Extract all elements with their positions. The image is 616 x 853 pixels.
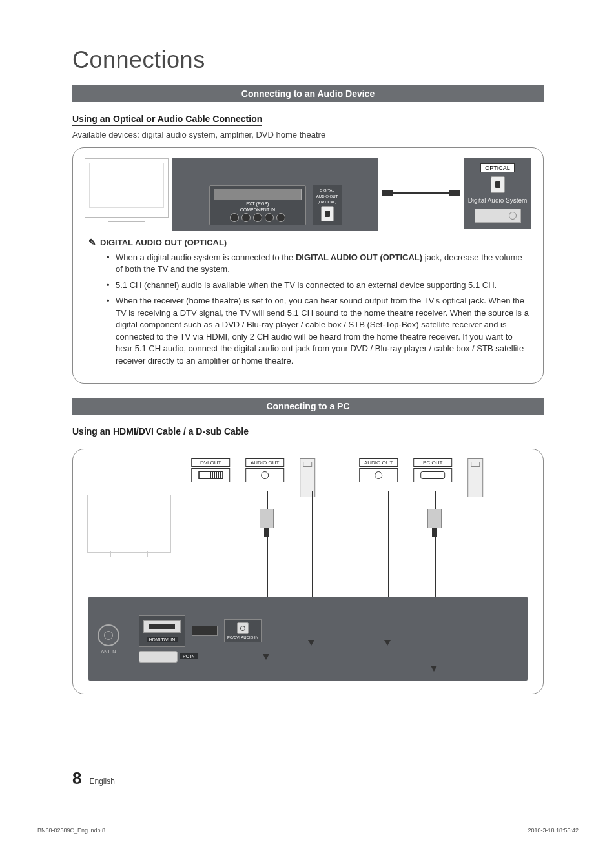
ant-in-port-icon	[98, 624, 119, 646]
pc-out-jack-icon	[413, 468, 452, 482]
audio-out-jack-icon-2	[359, 468, 398, 482]
vga-connector-icon	[420, 500, 449, 537]
hdmi-dvi-label: HDMI/DVI IN	[147, 637, 178, 642]
bleed-file: BN68-02589C_Eng.indb 8	[37, 827, 105, 834]
page-footer: 8 English	[72, 768, 115, 788]
chapter-title: Connections	[72, 46, 544, 74]
subheading-pc: Using an HDMI/DVI Cable / a D-sub Cable	[72, 426, 249, 438]
note-item-1: When a digital audio system is connected…	[107, 250, 531, 278]
dvi-connector-icon	[252, 500, 281, 537]
ext-device-name: Digital Audio System	[468, 197, 528, 205]
section-bar-audio: Connecting to an Audio Device	[72, 85, 544, 102]
page-language: English	[89, 777, 114, 786]
comp-in-label: COMPONENT IN	[240, 207, 275, 212]
note-item-2: 5.1 CH (channel) audio is available when…	[107, 278, 531, 293]
tv-bottom-panel: ANT IN HDMI/DVI IN PC/DVI AUDIO IN	[88, 597, 528, 681]
arrow-icon	[384, 640, 391, 646]
optical-label-2: AUDIO OUT	[316, 194, 338, 198]
ext-rgb-label: EXT (RGB)	[246, 201, 269, 206]
note-item-3: When the receiver (home theatre) is set …	[107, 293, 531, 369]
pc-out-label: PC OUT	[413, 458, 452, 467]
pc-out-group: PC OUT	[413, 458, 452, 482]
ant-in-label: ANT IN	[101, 649, 116, 653]
dvi-out-group: DVI OUT	[191, 458, 230, 482]
diagram-audio-card: EXT (RGB) COMPONENT IN DIGITAL AUDIO OUT…	[72, 147, 544, 384]
digital-audio-system-box: OPTICAL Digital Audio System	[464, 158, 531, 229]
notes-list: When a digital audio system is connected…	[85, 250, 531, 369]
audio-out-jack-icon-1	[245, 468, 284, 482]
ext-optical-label: OPTICAL	[480, 163, 515, 172]
pc-dvi-audio-label: PC/DVI AUDIO IN	[227, 635, 258, 639]
section-bar-pc: Connecting to a PC	[72, 398, 544, 415]
audio-out-label-1: AUDIO OUT	[245, 458, 284, 467]
bleed-timestamp: 2010-3-18 18:55:42	[528, 827, 579, 834]
arrow-icon	[308, 640, 314, 646]
note-icon: ✎	[88, 237, 96, 247]
dvi-out-jack-icon	[191, 468, 230, 482]
available-devices-text: Available devices: digital audio system,…	[72, 130, 544, 139]
tv-rear-panel: EXT (RGB) COMPONENT IN DIGITAL AUDIO OUT…	[172, 158, 378, 231]
optical-label-3: (OPTICAL)	[318, 200, 337, 204]
arrow-icon	[263, 654, 269, 660]
page-number: 8	[72, 768, 81, 788]
pc-tower-icon-2	[467, 458, 483, 497]
bleed-footer: BN68-02589C_Eng.indb 8 2010-3-18 18:55:4…	[37, 827, 579, 834]
pc-in-port-icon	[139, 651, 178, 663]
usb-port-icon	[192, 626, 218, 636]
dvi-out-label: DVI OUT	[191, 458, 230, 467]
pc-in-label: PC IN	[180, 653, 198, 659]
ext-rgb-port: EXT (RGB) COMPONENT IN	[209, 185, 306, 225]
diagram-pc-card: DVI OUT AUDIO OUT AUDIO OUT PC OUT	[72, 449, 544, 694]
subheading-optical: Using an Optical or Audio Cable Connecti…	[72, 114, 262, 126]
hdmi-dvi-block: HDMI/DVI IN	[139, 615, 185, 647]
pc-in-row: PC IN	[139, 651, 198, 663]
optical-cable	[382, 184, 460, 202]
optical-label-1: DIGITAL	[320, 189, 334, 192]
arrow-icon	[431, 666, 437, 672]
tv-front-illustration-2	[87, 495, 171, 553]
note-heading-text: DIGITAL AUDIO OUT (OPTICAL)	[100, 238, 227, 247]
audio-out-label-2: AUDIO OUT	[359, 458, 398, 467]
optical-out-port: DIGITAL AUDIO OUT (OPTICAL)	[313, 185, 342, 225]
audio-out-group-1: AUDIO OUT	[245, 458, 284, 482]
audio-out-group-2: AUDIO OUT	[359, 458, 398, 482]
tv-front-illustration	[85, 158, 169, 218]
pc-dvi-audio-block: PC/DVI AUDIO IN	[224, 619, 262, 642]
